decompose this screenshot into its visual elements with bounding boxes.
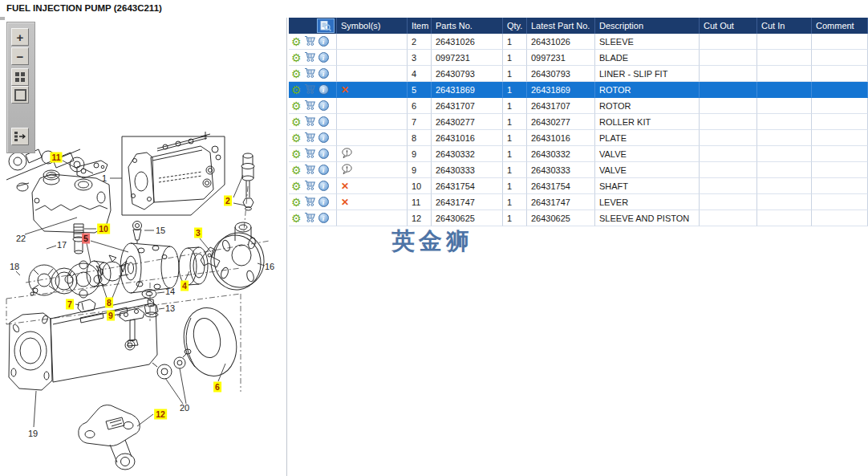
column-header-qty[interactable]: Qty.	[503, 18, 527, 34]
add-to-cart-icon[interactable]	[304, 164, 316, 176]
table-row-item-9[interactable]: ⚙i926430332126430332VALVE	[289, 146, 868, 162]
table-row-item-4[interactable]: ⚙i426430793126430793LINER - SLIP FIT	[289, 66, 868, 82]
cell-symbols	[337, 146, 408, 162]
column-header-comment[interactable]: Comment	[812, 18, 868, 34]
configure-icon[interactable]: ⚙	[291, 181, 302, 192]
zoom-in-button[interactable]: +	[11, 28, 29, 46]
cell-cut_in	[757, 82, 812, 98]
info-icon[interactable]: i	[318, 116, 329, 127]
column-header-parts_no[interactable]: Parts No.	[432, 18, 503, 34]
configure-icon[interactable]: ⚙	[291, 116, 302, 128]
add-to-cart-icon[interactable]	[304, 180, 316, 192]
info-icon[interactable]: i	[318, 84, 329, 95]
column-header-cut_in[interactable]: Cut In	[757, 18, 812, 34]
part-callout-9[interactable]: 9	[107, 311, 115, 321]
configure-icon[interactable]: ⚙	[291, 132, 302, 144]
add-to-cart-icon[interactable]	[304, 212, 316, 224]
add-to-cart-icon[interactable]	[304, 100, 316, 112]
column-header-symbols[interactable]: Symbol(s)	[337, 18, 408, 34]
cell-latest: 26430625	[527, 210, 595, 226]
column-header-cut_out[interactable]: Cut Out	[700, 18, 757, 34]
info-icon[interactable]: i	[318, 213, 329, 223]
info-icon[interactable]: i	[318, 197, 329, 207]
column-header-tools[interactable]	[289, 18, 337, 34]
table-row-item-5-selected[interactable]: ⚙i✕526431869126431869ROTOR	[289, 82, 868, 98]
part-number-1: 1	[100, 173, 108, 184]
configure-icon[interactable]: ⚙	[291, 68, 302, 79]
fit-view-button[interactable]	[11, 86, 29, 104]
part-callout-7[interactable]: 7	[66, 299, 74, 310]
cell-parts_no: 26430332	[432, 146, 503, 162]
cell-cut_out	[700, 146, 757, 162]
info-icon[interactable]: i	[318, 68, 329, 79]
row-tools: ⚙i	[289, 50, 337, 66]
add-to-cart-icon[interactable]	[304, 196, 316, 208]
cell-item: 11	[408, 194, 432, 210]
part-callout-11[interactable]: 11	[50, 153, 62, 163]
cell-comment	[812, 194, 868, 210]
cell-cut_in	[757, 66, 812, 82]
cell-item: 12	[408, 210, 432, 226]
table-row-item-10[interactable]: ⚙i✕1026431754126431754SHAFT	[289, 178, 868, 194]
info-icon[interactable]: i	[318, 148, 329, 159]
parts-table: Symbol(s)ItemParts No.Qty.Latest Part No…	[289, 18, 868, 226]
part-callout-6[interactable]: 6	[213, 382, 221, 393]
table-row-item-7[interactable]: ⚙i726430277126430277ROLLER KIT	[289, 114, 868, 130]
part-callout-4[interactable]: 4	[180, 281, 189, 291]
toggle-panel-button[interactable]	[11, 128, 29, 145]
configure-icon[interactable]: ⚙	[291, 213, 302, 224]
info-icon[interactable]: i	[318, 36, 329, 47]
table-row-item-12[interactable]: ⚙i1226430625126430625SLEEVE AND PISTON	[289, 210, 868, 226]
cell-latest: 26430332	[527, 146, 595, 162]
part-number-17: 17	[55, 240, 68, 250]
configure-icon[interactable]: ⚙	[291, 84, 302, 96]
part-callout-8[interactable]: 8	[105, 298, 113, 308]
part-number-22: 22	[14, 234, 27, 244]
configure-icon[interactable]: ⚙	[291, 165, 302, 176]
add-to-cart-icon[interactable]	[304, 83, 316, 96]
info-icon[interactable]: i	[318, 165, 329, 175]
column-header-latest[interactable]: Latest Part No.	[527, 18, 595, 34]
part-callout-5[interactable]: 5	[82, 234, 90, 244]
table-row-item-8[interactable]: ⚙i826431016126431016PLATE	[289, 130, 868, 146]
info-icon[interactable]: i	[318, 100, 329, 111]
note-balloon-icon	[341, 148, 353, 161]
cell-latest: 26431754	[527, 178, 595, 194]
add-to-cart-icon[interactable]	[304, 51, 316, 63]
info-icon[interactable]: i	[318, 181, 329, 191]
info-icon[interactable]: i	[318, 52, 329, 63]
table-row-item-9[interactable]: ⚙i926430333126430333VALVE	[289, 162, 868, 178]
table-row-item-11[interactable]: ⚙i✕1126431747126431747LEVER	[289, 194, 868, 210]
column-header-item[interactable]: Item	[408, 18, 432, 34]
configure-icon[interactable]: ⚙	[291, 36, 302, 47]
cell-qty: 1	[503, 98, 527, 114]
add-to-cart-icon[interactable]	[304, 116, 316, 128]
tile-view-button[interactable]	[11, 68, 29, 86]
configure-icon[interactable]: ⚙	[291, 52, 302, 63]
configure-icon[interactable]: ⚙	[291, 100, 302, 112]
add-to-cart-icon[interactable]	[304, 35, 316, 47]
part-callout-10[interactable]: 10	[97, 224, 110, 234]
info-icon[interactable]: i	[318, 132, 329, 143]
table-row-item-6[interactable]: ⚙i626431707126431707ROTOR	[289, 98, 868, 114]
part-callout-3[interactable]: 3	[194, 228, 202, 238]
part-callout-12[interactable]: 12	[154, 409, 167, 420]
table-row-item-3[interactable]: ⚙i3099723110997231BLADE	[289, 50, 868, 66]
add-to-cart-icon[interactable]	[304, 132, 316, 144]
cell-comment	[812, 114, 868, 130]
add-to-cart-icon[interactable]	[304, 67, 316, 79]
table-row-item-2[interactable]: ⚙i226431026126431026SLEEVE	[289, 34, 868, 50]
configure-icon[interactable]: ⚙	[291, 197, 302, 208]
part-number-14: 14	[164, 287, 176, 297]
configure-icon[interactable]: ⚙	[291, 148, 302, 160]
preview-document-icon[interactable]	[317, 18, 335, 33]
column-header-description[interactable]: Description	[595, 18, 700, 34]
add-to-cart-icon[interactable]	[304, 148, 316, 160]
cell-qty: 1	[503, 210, 527, 226]
part-number-20: 20	[178, 403, 191, 413]
note-balloon-icon	[341, 164, 353, 177]
zoom-out-button[interactable]: −	[11, 47, 29, 65]
cell-parts_no: 26430333	[432, 162, 503, 178]
row-tools: ⚙i	[289, 178, 337, 194]
part-callout-2[interactable]: 2	[224, 196, 232, 206]
